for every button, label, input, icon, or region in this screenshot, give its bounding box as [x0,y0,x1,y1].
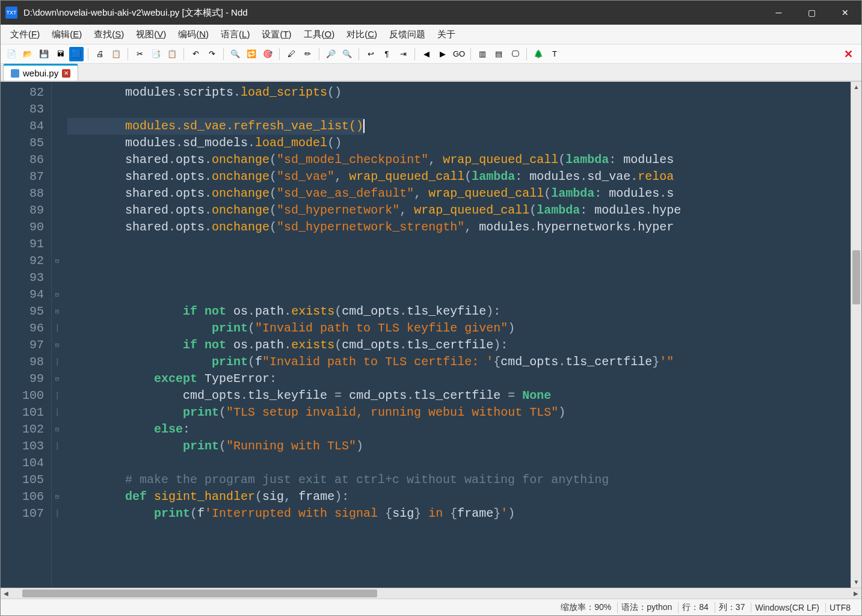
text-icon[interactable]: T [547,47,562,61]
paste-icon[interactable]: 📋 [165,47,179,61]
menu-对比[interactable]: 对比(C) [340,26,383,43]
menu-编辑[interactable]: 编辑(E) [46,26,88,43]
status-line: 行：84 [678,602,712,613]
marker2-icon[interactable]: ✏ [300,47,315,61]
split-h-icon[interactable]: ▥ [475,47,490,61]
save-icon[interactable]: 💾 [37,47,51,61]
statusbar: 缩放率：90% 语法：python 行：84 列：37 Windows(CR L… [1,599,861,615]
menu-关于[interactable]: 关于 [431,26,461,43]
scroll-down-icon[interactable]: ▼ [851,577,861,588]
vscroll-thumb[interactable] [852,250,860,304]
para-icon[interactable]: ¶ [380,47,394,61]
status-syntax: 语法：python [617,602,676,613]
hscroll-thumb[interactable] [22,590,377,597]
tab-label: webui.py [23,68,58,78]
marker1-icon[interactable]: 🖊 [284,47,298,61]
nav-prev-icon[interactable]: ◀ [419,47,434,61]
horizontal-scrollbar[interactable]: ◀ ▶ [1,588,861,599]
redo-icon[interactable]: ↷ [205,47,219,61]
scroll-up-icon[interactable]: ▲ [851,82,861,93]
minimize-button[interactable]: ─ [762,1,795,25]
copy-icon[interactable]: 📑 [149,47,163,61]
tree-icon[interactable]: 🌲 [531,47,546,61]
window-title: D:\down\novelai-webui-aki-v2\webui.py [文… [23,7,248,19]
code-view[interactable]: modules.scripts.load_scripts() modules.s… [63,82,851,588]
print-icon[interactable]: 🖨 [93,47,107,61]
status-lineend: Windows(CR LF) [751,603,823,612]
menu-编码[interactable]: 编码(N) [172,26,215,43]
menu-工具[interactable]: 工具(O) [298,26,341,43]
tab-close-icon[interactable]: ✕ [62,69,70,78]
go-icon[interactable]: GO [452,47,466,61]
open-file-icon[interactable]: 📂 [20,47,35,61]
replace-icon[interactable]: 🔁 [244,47,259,61]
goto-icon[interactable]: 🎯 [260,47,275,61]
file-icon [11,69,19,78]
menu-语言[interactable]: 语言(L) [215,26,256,43]
zoom-in-icon[interactable]: 🔎 [324,47,338,61]
editor-area: 8283848586878889909192939495969798991001… [1,82,861,588]
toolbar-close-icon[interactable]: ✕ [839,48,858,61]
menubar: 文件(F)编辑(E)查找(S)视图(V)编码(N)语言(L)设置(T)工具(O)… [1,25,861,45]
tab-webui[interactable]: webui.py ✕ [3,64,78,81]
status-encoding: UTF8 [825,603,854,612]
cut-icon[interactable]: ✂ [132,47,147,61]
nav-next-icon[interactable]: ▶ [436,47,450,61]
status-zoom: 缩放率：90% [557,602,615,613]
close-icon[interactable]: 🟦 [69,47,84,61]
fold-column[interactable]: ⊟⊟⊟│⊟│⊟││⊟│⊟│ [52,82,63,588]
tabbar: webui.py ✕ [1,64,861,82]
indent-icon[interactable]: ⇥ [396,47,410,61]
titlebar: TXT D:\down\novelai-webui-aki-v2\webui.p… [1,1,861,25]
split-v-icon[interactable]: ▤ [491,47,506,61]
line-number-gutter: 8283848586878889909192939495969798991001… [1,82,52,588]
vertical-scrollbar[interactable]: ▲ ▼ [851,82,861,588]
print-preview-icon[interactable]: 📋 [109,47,123,61]
new-file-icon[interactable]: 📄 [4,47,19,61]
wrap-icon[interactable]: ↩ [363,47,378,61]
close-button[interactable]: ✕ [828,1,861,25]
menu-查找[interactable]: 查找(S) [88,26,130,43]
menu-反馈问题[interactable]: 反馈问题 [383,26,431,43]
undo-icon[interactable]: ↶ [188,47,203,61]
find-icon[interactable]: 🔍 [228,47,242,61]
menu-视图[interactable]: 视图(V) [130,26,172,43]
zoom-out-icon[interactable]: 🔍 [340,47,354,61]
scroll-right-icon[interactable]: ▶ [851,588,861,599]
menu-文件[interactable]: 文件(F) [4,26,46,43]
save-all-icon[interactable]: 🖬 [53,47,67,61]
toolbar: 📄📂💾🖬🟦🖨📋✂📑📋↶↷🔍🔁🎯🖊✏🔎🔍↩¶⇥◀▶GO▥▤🖵🌲T✕ [1,45,861,64]
menu-设置[interactable]: 设置(T) [256,26,297,43]
maximize-button[interactable]: ▢ [795,1,828,25]
monitor-icon[interactable]: 🖵 [508,47,522,61]
status-col: 列：37 [715,602,749,613]
app-icon: TXT [5,7,17,19]
scroll-left-icon[interactable]: ◀ [1,588,11,599]
